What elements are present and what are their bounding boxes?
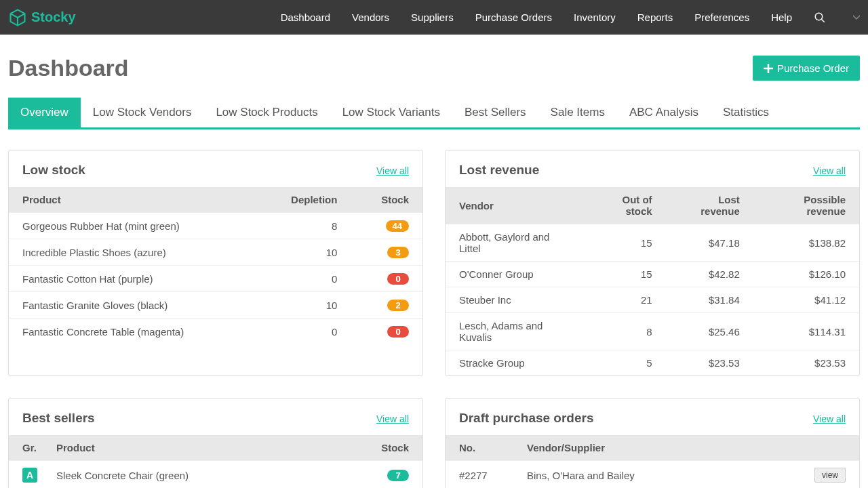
dashboard-tabs: Overview Low Stock Vendors Low Stock Pro… bbox=[8, 98, 860, 129]
cell-stock: 7 bbox=[336, 461, 422, 489]
best-sellers-title: Best sellers bbox=[22, 411, 95, 426]
cell-product: Gorgeous Rubber Hat (mint green) bbox=[9, 213, 255, 239]
nav-help[interactable]: Help bbox=[771, 12, 792, 23]
lost-revenue-view-all-link[interactable]: View all bbox=[813, 165, 846, 176]
cell-vendor: Steuber Inc bbox=[446, 287, 583, 313]
cell-possible-revenue: $114.31 bbox=[753, 313, 859, 350]
best-sellers-table: Gr. Product Stock A Sleek Concrete Chair… bbox=[9, 435, 422, 488]
nav-preferences[interactable]: Preferences bbox=[694, 12, 749, 23]
lost-revenue-table: Vendor Out of stock Lost revenue Possibl… bbox=[446, 187, 859, 375]
cell-product: Fantastic Granite Gloves (black) bbox=[9, 292, 255, 319]
cell-lost-revenue: $23.53 bbox=[666, 350, 753, 376]
tab-low-stock-variants[interactable]: Low Stock Variants bbox=[330, 98, 452, 127]
tab-statistics[interactable]: Statistics bbox=[711, 98, 781, 127]
col-stock: Stock bbox=[336, 435, 422, 461]
stock-pill: 0 bbox=[387, 273, 409, 285]
cell-lost-revenue: $25.46 bbox=[666, 313, 753, 350]
lost-revenue-title: Lost revenue bbox=[459, 163, 539, 178]
topbar: Stocky Dashboard Vendors Suppliers Purch… bbox=[0, 0, 868, 35]
cell-product: Incredible Plastic Shoes (azure) bbox=[9, 239, 255, 266]
cell-out-of-stock: 21 bbox=[583, 287, 666, 313]
table-row: Fantastic Cotton Hat (purple) 0 0 bbox=[9, 266, 422, 292]
grade-badge: A bbox=[22, 468, 37, 483]
cell-out-of-stock: 15 bbox=[583, 262, 666, 287]
brand-name: Stocky bbox=[31, 9, 76, 25]
brand-logo[interactable]: Stocky bbox=[8, 8, 76, 27]
new-purchase-order-button[interactable]: Purchase Order bbox=[753, 56, 860, 81]
table-row: Lesch, Adams and Kuvalis 8 $25.46 $114.3… bbox=[446, 313, 859, 350]
table-row: Fantastic Granite Gloves (black) 10 2 bbox=[9, 292, 422, 319]
col-grade: Gr. bbox=[9, 435, 43, 461]
col-out-of-stock: Out of stock bbox=[583, 187, 666, 224]
cell-product: Fantastic Concrete Table (magenta) bbox=[9, 319, 255, 345]
view-po-button[interactable]: view bbox=[814, 468, 846, 483]
cell-stock: 3 bbox=[351, 239, 422, 266]
cell-vendor: Stracke Group bbox=[446, 350, 583, 376]
col-vendor-supplier: Vendor/Supplier bbox=[513, 435, 755, 461]
low-stock-title: Low stock bbox=[22, 163, 85, 178]
stock-pill: 0 bbox=[387, 326, 409, 338]
page-title: Dashboard bbox=[8, 55, 129, 81]
table-row: O'Conner Group 15 $42.82 $126.10 bbox=[446, 262, 859, 287]
cell-possible-revenue: $138.82 bbox=[753, 224, 859, 262]
cell-out-of-stock: 8 bbox=[583, 313, 666, 350]
col-vendor: Vendor bbox=[446, 187, 583, 224]
tab-overview[interactable]: Overview bbox=[8, 98, 81, 127]
cell-vendor: Abbott, Gaylord and Littel bbox=[446, 224, 583, 262]
draft-po-view-all-link[interactable]: View all bbox=[813, 413, 846, 424]
table-row: Incredible Plastic Shoes (azure) 10 3 bbox=[9, 239, 422, 266]
box-icon bbox=[8, 8, 27, 27]
cell-product: Sleek Concrete Chair (green) bbox=[43, 461, 336, 489]
cell-stock: 2 bbox=[351, 292, 422, 319]
table-row: A Sleek Concrete Chair (green) 7 bbox=[9, 461, 422, 489]
draft-po-title: Draft purchase orders bbox=[459, 411, 594, 426]
cell-stock: 0 bbox=[351, 266, 422, 292]
col-depletion: Depletion bbox=[255, 187, 351, 213]
nav-dashboard[interactable]: Dashboard bbox=[281, 12, 330, 23]
nav-reports[interactable]: Reports bbox=[637, 12, 673, 23]
cell-action: view bbox=[755, 461, 859, 489]
lost-revenue-panel: Lost revenue View all Vendor Out of stoc… bbox=[445, 150, 860, 376]
draft-po-table: No. Vendor/Supplier #2277 Bins, O'Hara a… bbox=[446, 435, 859, 488]
cell-depletion: 8 bbox=[255, 213, 351, 239]
table-row: Stracke Group 5 $23.53 $23.53 bbox=[446, 350, 859, 376]
stock-pill: 44 bbox=[386, 220, 409, 232]
table-row: Fantastic Concrete Table (magenta) 0 0 bbox=[9, 319, 422, 345]
svg-point-0 bbox=[815, 13, 823, 20]
table-row: #2277 Bins, O'Hara and Bailey view bbox=[446, 461, 859, 489]
low-stock-panel: Low stock View all Product Depletion Sto… bbox=[8, 150, 423, 376]
nav-purchase-orders[interactable]: Purchase Orders bbox=[475, 12, 552, 23]
col-no: No. bbox=[446, 435, 513, 461]
cell-vendor: Lesch, Adams and Kuvalis bbox=[446, 313, 583, 350]
search-icon[interactable] bbox=[814, 12, 826, 24]
nav-suppliers[interactable]: Suppliers bbox=[411, 12, 454, 23]
table-row: Steuber Inc 21 $31.84 $41.12 bbox=[446, 287, 859, 313]
cell-stock: 0 bbox=[351, 319, 422, 345]
tab-low-stock-vendors[interactable]: Low Stock Vendors bbox=[81, 98, 204, 127]
user-menu-caret-icon[interactable] bbox=[853, 12, 860, 24]
low-stock-view-all-link[interactable]: View all bbox=[376, 165, 409, 176]
best-sellers-view-all-link[interactable]: View all bbox=[376, 413, 409, 424]
tab-best-sellers[interactable]: Best Sellers bbox=[452, 98, 538, 127]
best-sellers-panel: Best sellers View all Gr. Product Stock … bbox=[8, 398, 423, 488]
cell-product: Fantastic Cotton Hat (purple) bbox=[9, 266, 255, 292]
new-purchase-order-label: Purchase Order bbox=[777, 62, 849, 74]
plus-icon bbox=[764, 64, 773, 73]
stock-pill: 2 bbox=[387, 300, 409, 311]
nav-vendors[interactable]: Vendors bbox=[352, 12, 389, 23]
nav-inventory[interactable]: Inventory bbox=[574, 12, 616, 23]
cell-lost-revenue: $31.84 bbox=[666, 287, 753, 313]
cell-vendor: Bins, O'Hara and Bailey bbox=[513, 461, 755, 489]
draft-po-panel: Draft purchase orders View all No. Vendo… bbox=[445, 398, 860, 488]
cell-lost-revenue: $47.18 bbox=[666, 224, 753, 262]
cell-depletion: 10 bbox=[255, 292, 351, 319]
table-row: Abbott, Gaylord and Littel 15 $47.18 $13… bbox=[446, 224, 859, 262]
tab-abc-analysis[interactable]: ABC Analysis bbox=[617, 98, 711, 127]
cell-depletion: 0 bbox=[255, 266, 351, 292]
page-header: Dashboard Purchase Order bbox=[8, 55, 860, 81]
tab-sale-items[interactable]: Sale Items bbox=[538, 98, 617, 127]
cell-possible-revenue: $126.10 bbox=[753, 262, 859, 287]
col-product: Product bbox=[9, 187, 255, 213]
tab-low-stock-products[interactable]: Low Stock Products bbox=[203, 98, 330, 127]
col-product: Product bbox=[43, 435, 336, 461]
